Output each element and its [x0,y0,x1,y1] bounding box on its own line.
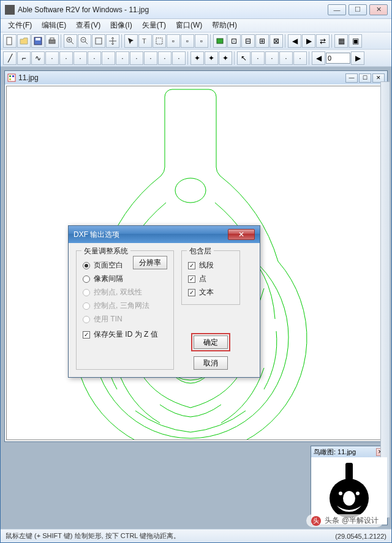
resolution-button[interactable]: 分辨率 [133,256,167,269]
tb-arrows-icon[interactable]: ⇄ [316,34,330,48]
doc-maximize-button[interactable]: ☐ [359,73,371,83]
tb-grid-icon[interactable]: ▦ [334,34,348,48]
tb2-h-icon[interactable]: · [144,51,157,65]
tb2-line-icon[interactable]: ╱ [3,51,17,65]
menu-image[interactable]: 图像(I) [105,19,137,32]
tb2-a-icon[interactable]: · [45,51,59,65]
toolbar-row-1: T ▫ ▫ ▫ ⊡ ⊟ ⊞ ⊠ ◀ ▶ ⇄ ▦ ▣ [1,32,391,50]
tb-arrow-left-icon[interactable]: ◀ [288,34,301,48]
svg-line-6 [71,42,74,44]
radio-ctrl-bilinear: 控制点, 双线性 [83,287,167,298]
tb2-l-icon[interactable]: · [265,51,279,65]
svg-rect-18 [12,75,14,77]
svg-rect-3 [49,40,55,43]
menu-window[interactable]: 窗口(W) [171,19,207,32]
tb-new-icon[interactable] [3,34,17,48]
tb2-b-icon[interactable]: · [59,51,73,65]
app-icon [5,5,15,15]
vertical-scrollbar[interactable] [380,81,390,518]
ok-button-highlight: 确定 [191,333,230,351]
tb-node-a-icon[interactable]: ⊡ [227,34,241,48]
svg-point-32 [356,492,360,495]
tb2-i-icon[interactable]: · [158,51,172,65]
tb2-c-icon[interactable]: · [74,51,87,65]
tb-zoom-in-icon[interactable] [64,34,77,48]
menu-vector[interactable]: 矢量(T) [137,19,171,32]
svg-rect-28 [345,463,353,480]
tb-zoom-fit-icon[interactable] [92,34,105,48]
tb2-anchor-b-icon[interactable]: ✦ [205,51,218,65]
tb2-num-prev-icon[interactable]: ◀ [312,51,325,65]
tb2-d-icon[interactable]: · [88,51,101,65]
dialog-close-button[interactable]: ✕ [228,229,255,240]
tb-rect-select-icon[interactable] [153,34,166,48]
include-layer-group: 包含层 线段 点 文本 [181,250,240,305]
doc-minimize-button[interactable]: — [345,73,358,83]
tb2-f-icon[interactable]: · [116,51,129,65]
tb-tool-a-icon[interactable]: ▫ [167,34,180,48]
thumbnail-title: 鸟瞰图: 11.jpg [314,448,356,457]
tb2-value-field[interactable]: 0 [326,53,350,64]
tb-tool-c-icon[interactable]: ▫ [195,34,208,48]
tb2-m-icon[interactable]: · [279,51,293,65]
thumbnail-window: 鸟瞰图: 11.jpg ✕ [311,446,388,525]
tb2-num-next-icon[interactable]: ▶ [351,51,364,65]
tb-print-icon[interactable] [45,34,59,48]
app-title: Able Software R2V for Windows - 11.jpg [18,6,328,14]
tb2-poly-icon[interactable]: ⌐ [17,51,31,65]
menu-file[interactable]: 文件(F) [3,19,37,32]
ok-button[interactable]: 确定 [194,335,228,349]
dxf-export-dialog: DXF 输出选项 ✕ 矢量调整系统 分辨率 页面空白 像素间隔 控制点, 双线性… [68,225,260,378]
svg-point-30 [343,491,355,506]
menubar: 文件(F) 编辑(E) 查看(V) 图像(I) 矢量(T) 窗口(W) 帮助(H… [1,19,391,32]
menu-help[interactable]: 帮助(H) [207,19,242,32]
tb-rect-icon[interactable] [213,34,227,48]
svg-rect-15 [217,39,223,43]
svg-rect-16 [8,74,15,81]
tb-save-icon[interactable] [31,34,45,48]
tb2-k-icon[interactable]: · [251,51,265,65]
main-titlebar: Able Software R2V for Windows - 11.jpg —… [1,1,391,19]
tb2-g-icon[interactable]: · [130,51,143,65]
tb-text-icon[interactable]: T [138,34,152,48]
tb2-cursor-icon[interactable]: ↖ [237,51,251,65]
tb2-n-icon[interactable]: · [293,51,307,65]
vector-adjust-group: 矢量调整系统 分辨率 页面空白 像素间隔 控制点, 双线性 控制点, 三角网法 … [76,250,174,370]
tb2-anchor-c-icon[interactable]: ✦ [219,51,232,65]
tb2-curve-icon[interactable]: ∿ [31,51,45,65]
minimize-button[interactable]: — [328,4,346,15]
tb-node-d-icon[interactable]: ⊠ [270,34,283,48]
statusbar: 鼠标左键 (+ SHIFT 键) 绘制矩形, 按下 CTRL 键拖动距离。 (2… [1,529,391,542]
check-line[interactable]: 线段 [188,260,233,271]
tb2-e-icon[interactable]: · [102,51,115,65]
svg-text:T: T [142,37,146,45]
tb-pan-icon[interactable] [106,34,119,48]
tb-zoom-out-icon[interactable] [78,34,91,48]
tb-open-icon[interactable] [17,34,31,48]
svg-rect-14 [156,38,162,44]
svg-point-31 [339,492,342,495]
tb-pointer-icon[interactable] [124,34,138,48]
status-hint: 鼠标左键 (+ SHIFT 键) 绘制矩形, 按下 CTRL 键拖动距离。 [6,531,335,541]
menu-edit[interactable]: 编辑(E) [37,19,71,32]
doc-icon [7,73,16,82]
check-point[interactable]: 点 [188,274,233,284]
tb-node-c-icon[interactable]: ⊞ [255,34,269,48]
tb-node-b-icon[interactable]: ⊟ [241,34,255,48]
tb2-anchor-a-icon[interactable]: ✦ [190,51,204,65]
svg-rect-2 [36,38,40,40]
check-text[interactable]: 文本 [188,287,233,298]
maximize-button[interactable]: ☐ [349,4,367,15]
radio-pixel-interval[interactable]: 像素间隔 [83,274,167,284]
close-button[interactable]: ✕ [369,4,388,15]
check-save-vector-id[interactable]: 保存矢量 ID 为 Z 值 [83,329,167,340]
menu-view[interactable]: 查看(V) [71,19,105,32]
status-coords: (29.0545,1.2122) [335,533,386,540]
tb-layer-icon[interactable]: ▣ [349,34,362,48]
tb-tool-b-icon[interactable]: ▫ [181,34,194,48]
tb-arrow-right-icon[interactable]: ▶ [302,34,315,48]
tb2-j-icon[interactable]: · [172,51,186,65]
vector-adjust-legend: 矢量调整系统 [81,246,130,257]
svg-line-10 [85,42,88,44]
cancel-button[interactable]: 取消 [194,356,228,370]
